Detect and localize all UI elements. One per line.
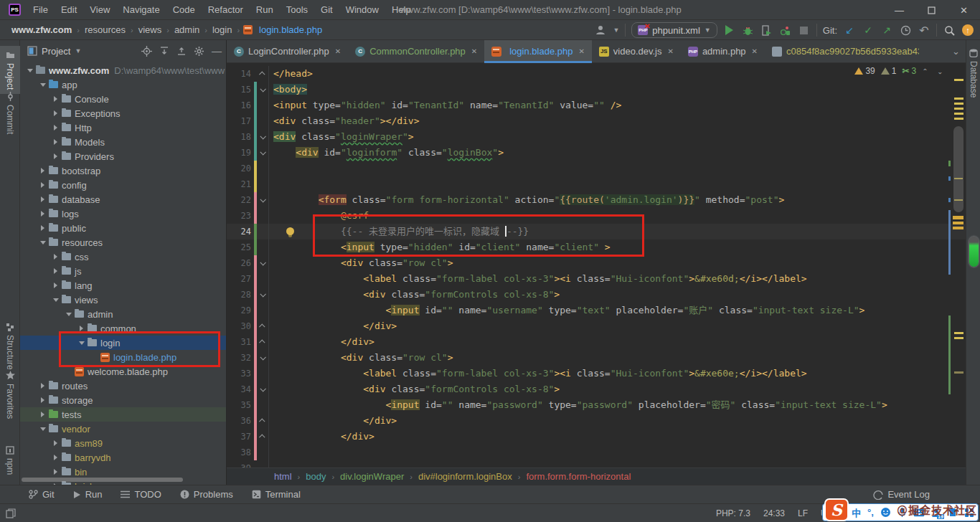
menu-navigate[interactable]: Navigate <box>116 0 166 20</box>
stop-button[interactable] <box>798 24 811 37</box>
tree-item-bin[interactable]: bin <box>20 465 226 479</box>
tab-close-icon[interactable]: ✕ <box>578 47 584 55</box>
tree-item-database[interactable]: database <box>20 192 226 207</box>
scrollbar-thumb[interactable] <box>953 126 963 212</box>
code-line[interactable]: 37 </div> <box>227 429 966 445</box>
caret-position[interactable]: 24:33 <box>763 508 785 518</box>
code-line[interactable]: 32 <div class="row cl"> <box>227 350 966 366</box>
menu-window[interactable]: Window <box>339 0 385 20</box>
fold-marker[interactable] <box>257 287 269 303</box>
breadcrumb-item[interactable]: resources <box>83 24 127 35</box>
tree-toggle-arrow[interactable] <box>39 168 47 174</box>
line-ending[interactable]: LF <box>798 508 808 518</box>
fold-marker[interactable] <box>257 429 269 445</box>
next-problem-chevron[interactable]: ⌃ <box>936 67 943 75</box>
tree-item-tests[interactable]: tests <box>20 407 226 422</box>
breadcrumb-file[interactable]: login.blade.php <box>259 24 322 35</box>
fold-marker[interactable] <box>257 129 269 145</box>
search-everywhere-icon[interactable] <box>943 24 956 37</box>
locate-file-icon[interactable] <box>141 46 152 57</box>
tree-item-asm89[interactable]: asm89 <box>20 436 226 450</box>
tree-toggle-arrow[interactable] <box>39 196 47 202</box>
git-push-icon[interactable]: ↗ <box>880 24 893 37</box>
tab-LoginController.php[interactable]: CLoginController.php✕ <box>227 40 348 62</box>
fold-marker[interactable] <box>257 66 269 82</box>
profiler-button[interactable] <box>779 24 792 37</box>
hide-panel-icon[interactable]: — <box>212 45 222 57</box>
fold-marker[interactable] <box>257 334 269 350</box>
tree-item-js[interactable]: js <box>20 264 226 278</box>
fold-marker[interactable] <box>257 350 269 366</box>
code-line[interactable]: 31 </div> <box>227 334 966 350</box>
tree-item-config[interactable]: config <box>20 178 226 192</box>
tree-item-views[interactable]: views <box>20 293 226 307</box>
ime-emoji-icon[interactable] <box>880 507 891 518</box>
tree-toggle-arrow[interactable] <box>52 298 60 302</box>
tree-toggle-arrow[interactable] <box>39 412 47 417</box>
tree-item-storage[interactable]: storage <box>20 393 226 407</box>
tree-toggle-arrow[interactable] <box>39 427 47 431</box>
menu-code[interactable]: Code <box>166 0 202 20</box>
toolwindow-problems[interactable]: Problems <box>180 489 233 500</box>
code-line[interactable]: 30 </div> <box>227 318 966 334</box>
tab-close-icon[interactable]: ✕ <box>471 47 477 55</box>
tree-toggle-arrow[interactable] <box>52 153 60 159</box>
run-config-selector[interactable]: PHP ✕ phpunit.xml ▼ <box>631 22 717 38</box>
code-line[interactable]: 26 <div class="row cl"> <box>227 255 966 271</box>
code-line[interactable]: 15<body> <box>227 82 966 98</box>
editor-breadcrumb-item[interactable]: form.form.form-horizontal <box>526 471 631 482</box>
breadcrumb-item[interactable]: www.zfw.com <box>10 24 73 35</box>
menu-edit[interactable]: Edit <box>55 0 83 20</box>
code-line[interactable]: 27 <label class="form-label col-xs-3"><i… <box>227 271 966 287</box>
tree-toggle-arrow[interactable] <box>52 440 60 446</box>
tree-toggle-arrow[interactable] <box>52 254 60 260</box>
toolwindow-todo[interactable]: TODO <box>121 489 161 500</box>
tree-toggle-arrow[interactable] <box>39 182 47 188</box>
code-editor[interactable]: 14</head>15<body>16<input type="hidden" … <box>227 63 966 468</box>
code-line[interactable]: 17<div class="header"></div> <box>227 113 966 129</box>
tree-toggle-arrow[interactable] <box>39 83 47 87</box>
menu-tools[interactable]: Tools <box>280 0 314 20</box>
tree-toggle-arrow[interactable] <box>39 397 47 403</box>
tab-c0854f8ac99027b56d5933eab437d26e22f[interactable]: c0854f8ac99027b56d5933eab437d26e22f <box>765 40 926 62</box>
tree-toggle-arrow[interactable] <box>26 69 34 72</box>
tree-item-routes[interactable]: routes <box>20 379 226 393</box>
breadcrumb-item[interactable]: views <box>137 24 164 35</box>
tree-toggle-arrow[interactable] <box>52 283 60 288</box>
code-line[interactable]: 38 <box>227 445 966 460</box>
ide-update-icon[interactable]: ↑ <box>961 24 974 37</box>
code-line[interactable]: 28 <div class="formControls col-xs-8"> <box>227 287 966 303</box>
tree-toggle-arrow[interactable] <box>39 225 47 231</box>
editor-breadcrumb-item[interactable]: div.loginWraper <box>340 471 404 482</box>
tree-item-app[interactable]: app <box>20 77 226 92</box>
toolwindow-switcher-icon[interactable] <box>6 508 16 518</box>
tree-item-bootstrap[interactable]: bootstrap <box>20 163 226 178</box>
ime-punctuation-mode[interactable]: °, <box>867 507 874 518</box>
fold-marker[interactable] <box>257 192 269 208</box>
settings-gear-icon[interactable] <box>194 46 204 57</box>
tabs-dropdown-chevron[interactable]: ⌄ <box>946 40 966 62</box>
ime-language-mode[interactable]: 中 <box>852 506 861 519</box>
fold-marker[interactable] <box>257 381 269 397</box>
tree-item-lang[interactable]: lang <box>20 278 226 293</box>
code-line[interactable]: 39 <box>227 460 966 468</box>
project-horizontal-scrollbar[interactable] <box>22 478 183 482</box>
toolwindow-terminal[interactable]: Terminal <box>252 489 301 500</box>
tree-item-logs[interactable]: logs <box>20 207 226 221</box>
tree-item-Http[interactable]: Http <box>20 120 226 135</box>
code-line[interactable]: 22 <form class="form form-horizontal" ac… <box>227 192 966 208</box>
tree-item-Models[interactable]: Models <box>20 135 226 149</box>
error-stripe[interactable] <box>948 63 966 468</box>
tree-item-Exceptions[interactable]: Exceptions <box>20 106 226 120</box>
code-line[interactable]: 35 <input id="" name="password" type="pa… <box>227 397 966 413</box>
tree-toggle-arrow[interactable] <box>52 110 60 116</box>
sogou-logo-icon[interactable]: S <box>824 498 849 521</box>
project-panel-selector[interactable]: Project ▼ <box>27 46 81 57</box>
run-button[interactable] <box>723 24 736 37</box>
tree-toggle-arrow[interactable] <box>39 211 47 217</box>
code-line[interactable]: 18<div class="loginWraper"> <box>227 129 966 145</box>
tree-toggle-arrow[interactable] <box>52 125 60 130</box>
rollback-icon[interactable]: ↶ <box>918 24 930 37</box>
menu-run[interactable]: Run <box>250 0 280 20</box>
tab-admin.php[interactable]: PHPadmin.php✕ <box>681 40 765 62</box>
